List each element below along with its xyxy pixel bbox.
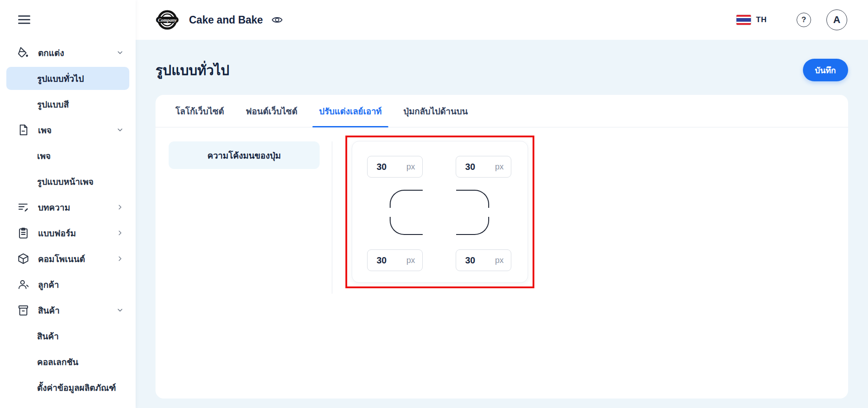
unit-label: px bbox=[406, 256, 415, 265]
svg-text:Company: Company bbox=[158, 18, 177, 23]
sidebar-item-label: เพจ bbox=[38, 123, 52, 137]
language-code: TH bbox=[756, 15, 767, 24]
sidebar-item-label: รูปแบบหน้าเพจ bbox=[37, 175, 94, 188]
radius-input-bottom-right[interactable]: px bbox=[456, 249, 511, 271]
hamburger-menu-icon[interactable] bbox=[18, 15, 30, 24]
sidebar-item-label: รูปแบบสี bbox=[37, 98, 69, 111]
sidebar-item-label: สินค้า bbox=[38, 304, 60, 317]
radius-value-bottom-left[interactable] bbox=[377, 255, 400, 266]
sidebar-item-general-style[interactable]: รูปแบบทั่วไป bbox=[6, 67, 129, 90]
preview-corner-top-left bbox=[390, 190, 423, 208]
sidebar-item-customers[interactable]: ลูกค้า bbox=[0, 272, 136, 297]
sidebar-item-label: คอมโพเนนต์ bbox=[38, 252, 85, 266]
sidebar-item-label: รูปแบบทั่วไป bbox=[37, 72, 84, 85]
chevron-down-icon bbox=[116, 306, 124, 314]
tab-website-logo[interactable]: โลโก้เว็บไซต์ bbox=[165, 95, 235, 127]
sidebar-item-label: ตั้งค่าข้อมูลผลิตภัณฑ์ bbox=[37, 381, 116, 394]
company-logo: Company bbox=[156, 9, 179, 30]
sidebar-item-articles[interactable]: บทความ bbox=[0, 194, 136, 220]
radius-value-top-right[interactable] bbox=[465, 162, 489, 172]
form-icon bbox=[17, 227, 29, 239]
sidebar-item-collections[interactable]: คอลเลกชัน bbox=[0, 349, 136, 375]
preview-corner-top-right bbox=[456, 190, 489, 208]
product-icon bbox=[17, 304, 29, 316]
site-name: Cake and Bake bbox=[189, 14, 263, 26]
unit-label: px bbox=[406, 162, 415, 172]
roundness-settings-card: px px bbox=[352, 141, 528, 283]
sidebar-item-product-settings[interactable]: ตั้งค่าข้อมูลผลิตภัณฑ์ bbox=[0, 375, 136, 400]
tab-back-to-top[interactable]: ปุ่มกลับไปด้านบน bbox=[392, 95, 478, 127]
tabs-bar: โลโก้เว็บไซต์ ฟอนต์เว็บไซต์ ปรับแต่งเลย์… bbox=[156, 95, 848, 127]
sidebar-item-label: คอลเลกชัน bbox=[37, 355, 78, 369]
radius-value-bottom-right[interactable] bbox=[465, 255, 489, 266]
preview-corner-bottom-left bbox=[390, 217, 423, 235]
sidebar-item-label: สินค้า bbox=[37, 329, 59, 343]
app-root: ตกแต่ง รูปแบบทั่วไป รูปแบบสี bbox=[0, 0, 868, 408]
chevron-down-icon bbox=[116, 49, 124, 56]
sidebar-item-label: แบบฟอร์ม bbox=[38, 226, 76, 240]
sidebar-item-pages[interactable]: เพจ bbox=[0, 117, 136, 143]
customer-icon bbox=[17, 278, 29, 291]
sidebar-item-page[interactable]: เพจ bbox=[0, 143, 136, 169]
sidebar-nav: ตกแต่ง รูปแบบทั่วไป รูปแบบสี bbox=[0, 40, 136, 400]
sidebar: ตกแต่ง รูปแบบทั่วไป รูปแบบสี bbox=[0, 0, 136, 408]
page-icon bbox=[17, 124, 29, 136]
sidebar-item-product[interactable]: สินค้า bbox=[0, 323, 136, 349]
sidebar-item-color-style[interactable]: รูปแบบสี bbox=[0, 91, 136, 117]
content-card: โลโก้เว็บไซต์ ฟอนต์เว็บไซต์ ปรับแต่งเลย์… bbox=[156, 95, 848, 399]
radius-input-top-right[interactable]: px bbox=[456, 156, 511, 178]
sidebar-item-label: ลูกค้า bbox=[38, 278, 59, 291]
radius-input-top-left[interactable]: px bbox=[367, 156, 423, 178]
chevron-right-icon bbox=[116, 229, 124, 237]
tab-content: ความโค้งมนของปุ่ม px px bbox=[156, 127, 848, 398]
bottom-inputs-row: px px bbox=[367, 249, 511, 271]
button-roundness-section[interactable]: ความโค้งมนของปุ่ม bbox=[169, 141, 320, 169]
hamburger-wrap bbox=[0, 0, 136, 40]
chevron-right-icon bbox=[116, 203, 124, 211]
component-icon bbox=[17, 253, 29, 265]
topbar-right: TH ? A bbox=[736, 9, 847, 30]
sidebar-item-label: ตกแต่ง bbox=[38, 46, 64, 60]
topbar: Company Cake and Bake TH ? A bbox=[136, 0, 868, 40]
radius-value-top-left[interactable] bbox=[377, 162, 400, 172]
preview-eye-icon[interactable] bbox=[271, 14, 283, 26]
page-title: รูปแบบทั่วไป bbox=[156, 60, 229, 81]
unit-label: px bbox=[495, 256, 504, 265]
sidebar-item-products[interactable]: สินค้า bbox=[0, 297, 136, 323]
avatar[interactable]: A bbox=[826, 9, 847, 30]
vertical-divider bbox=[332, 141, 332, 294]
chevron-down-icon bbox=[116, 126, 124, 134]
chevron-right-icon bbox=[116, 255, 124, 263]
main-area: Company Cake and Bake TH ? A bbox=[136, 0, 868, 408]
highlight-red-box: px px bbox=[345, 136, 534, 288]
preview-corner-bottom-right bbox=[456, 217, 489, 235]
sidebar-item-label: บทความ bbox=[38, 201, 70, 214]
corner-radius-preview bbox=[390, 190, 489, 235]
help-icon[interactable]: ? bbox=[797, 13, 811, 27]
save-button[interactable]: บันทึก bbox=[803, 59, 849, 81]
top-inputs-row: px px bbox=[367, 156, 511, 178]
sidebar-item-decorate[interactable]: ตกแต่ง bbox=[0, 40, 136, 66]
article-icon bbox=[17, 201, 29, 213]
paint-icon bbox=[17, 47, 29, 59]
sidebar-item-label: เพจ bbox=[37, 149, 51, 163]
sidebar-item-forms[interactable]: แบบฟอร์ม bbox=[0, 220, 136, 246]
avatar-initial: A bbox=[833, 14, 840, 26]
unit-label: px bbox=[495, 162, 504, 172]
page-head: รูปแบบทั่วไป บันทึก bbox=[136, 40, 868, 95]
tab-layout-customize[interactable]: ปรับแต่งเลย์เอาท์ bbox=[308, 95, 393, 127]
sidebar-item-page-layout[interactable]: รูปแบบหน้าเพจ bbox=[0, 169, 136, 194]
tab-website-font[interactable]: ฟอนต์เว็บไซต์ bbox=[235, 95, 308, 127]
sidebar-item-components[interactable]: คอมโพเนนต์ bbox=[0, 246, 136, 272]
language-switcher[interactable]: TH bbox=[736, 14, 767, 25]
radius-input-bottom-left[interactable]: px bbox=[367, 249, 423, 271]
thai-flag-icon bbox=[736, 14, 751, 25]
